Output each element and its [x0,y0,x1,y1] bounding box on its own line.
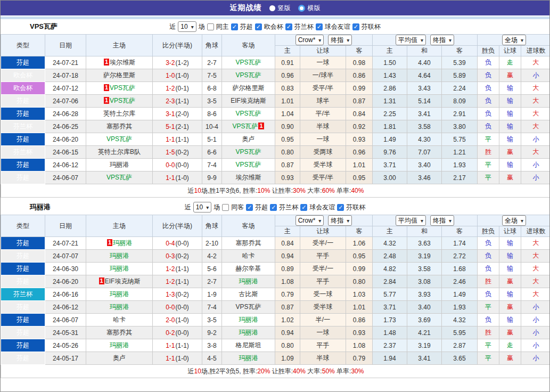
same-venue-label: 同主 [216,22,229,31]
home-team-cell: 奥卢 [86,352,153,365]
result-goals-cell: 小 [521,133,550,146]
column-subheader: 胜负 [478,46,499,56]
half-time-score: (0-0) [176,329,189,337]
league-checkbox[interactable] [246,204,253,211]
result-goals-cell: 大 [521,108,550,120]
crow-away-odds-cell: 0.86 [346,69,373,82]
crow-home-odds-cell: 0.84 [275,237,300,250]
league-checkbox[interactable] [285,23,292,30]
match-row: 芬超24-06-28英特土尔库3-1(2-0)8-6VPS瓦萨1.04平/半0.… [1,108,550,120]
final-odds-select-value: 终指 [331,216,343,225]
chevron-down-icon [449,217,452,224]
column-subheader: 让球 [499,46,521,56]
odds-provider-select[interactable]: Crow* [295,215,324,226]
result-wdl-cell: 平 [478,352,499,365]
matches-count-select-value: 10 [180,23,187,30]
crow-home-odds-cell: 0.87 [275,301,300,314]
odds-provider-select[interactable]: Crow* [295,35,324,45]
average-selects: 平均值终指 [373,215,477,226]
final-odds-select-2[interactable]: 终指 [430,35,454,45]
average-odds-select[interactable]: 平均值 [396,35,426,45]
result-goals-cell: 大 [521,56,550,69]
matches-count-select[interactable]: 10 [178,21,196,32]
result-goals-cell: 大 [521,275,550,288]
away-team-cell: 哈卡 [222,250,275,263]
team-name-text: 玛丽港 [239,277,258,285]
average-odds-select[interactable]: 平均值 [396,215,426,226]
summary-row: 近10场,胜1平3负6, 胜率:10% 让胜率:30% 大率:60% 单率:40… [1,184,550,198]
summary-segment: 40% [351,187,364,194]
rank-badge: 1 [258,123,264,129]
match-scope-select[interactable]: 全场 [502,35,526,45]
league-checkbox[interactable] [300,204,307,211]
away-team-cell: VPS瓦萨 [222,108,275,120]
avg-away-odds-cell: 2.91 [442,108,478,120]
column-header: 主场 [86,35,153,56]
avg-home-odds-cell: 2.25 [373,108,407,120]
league-checkbox[interactable] [270,204,277,211]
home-team-cell: 英特土尔库B队 [86,146,153,159]
team-name-text: VPS瓦萨 [106,174,132,181]
avg-draw-odds-cell: 3.93 [407,288,442,301]
final-odds-select[interactable]: 终指 [328,215,352,226]
match-date-cell: 24-07-21 [45,237,86,250]
half-time-score: (0-0) [176,240,189,247]
score-cell: 1-1(1-1) [153,339,202,352]
crow-handicap-cell: 受两球 [300,146,346,159]
match-type-cell: 芬兰杯 [1,120,45,133]
league-checkbox[interactable] [337,204,344,211]
column-header: 日期 [45,35,86,56]
avg-away-odds-cell: 4.32 [442,314,478,326]
league-checkbox[interactable] [352,23,359,30]
crow-home-odds-cell: 1.09 [275,352,300,365]
match-scope-select[interactable]: 全场 [502,215,526,226]
home-team-cell: 1EIF埃克纳斯 [86,275,153,288]
result-wdl-cell: 负 [478,82,499,95]
league-checkbox[interactable] [255,23,262,30]
score-cell: 2-0(1-0) [153,314,202,326]
layout-option-horizontal[interactable]: 横版 [298,4,321,13]
crow-home-odds-cell: 0.89 [275,263,300,275]
same-venue-checkbox[interactable] [222,204,229,211]
match-date-cell: 24-06-12 [45,159,86,172]
score-cell: 1-1(1-0) [153,172,202,184]
home-team-cell: 玛丽港 [86,339,153,352]
avg-home-odds-cell: 1.94 [373,352,407,365]
result-handicap-cell: 赢 [499,352,521,365]
crow-away-odds-cell: 0.92 [346,120,373,133]
league-checkbox[interactable] [231,23,238,30]
half-time-score: (0-2) [176,291,189,298]
home-team-cell: 玛丽港 [86,263,153,275]
team-name-text: 古比斯 [239,290,258,298]
same-venue-checkbox[interactable] [207,23,214,30]
result-wdl-cell: 平 [478,172,499,184]
team-name-text: 塞那乔其 [236,239,261,247]
result-goals-cell: 小 [521,172,550,184]
final-odds-select-2[interactable]: 终指 [430,215,454,226]
avg-draw-odds-cell: 4.30 [407,133,442,146]
full-time-score: 1-5 [166,149,175,156]
away-team-cell: 玛丽港 [222,352,275,365]
match-row: 芬超24-06-12玛丽港0-0(0-0)7-4VPS瓦萨0.87受半球1.01… [1,301,550,314]
away-team-cell: VPS瓦萨 [222,69,275,82]
full-time-score: 1-1 [166,342,175,349]
match-date-cell: 24-06-28 [45,108,86,120]
avg-draw-odds-cell: 3.46 [407,172,442,184]
result-goals-cell: 大 [521,250,550,263]
crow-handicap-cell: 半球 [300,352,346,365]
result-wdl-cell: 负 [478,108,499,120]
league-checkbox[interactable] [316,23,323,30]
crow-away-odds-cell: 1.03 [346,288,373,301]
away-team-cell: 玛丽港 [222,314,275,326]
match-date-cell: 24-05-26 [45,339,86,352]
full-time-score: 0-2 [166,329,175,337]
final-odds-select[interactable]: 终指 [328,35,352,45]
results-table: 类型日期主场比分(半场)角球客场Crow*终指平均值终指全场主让球客主和客胜负让… [1,34,550,198]
matches-count-select[interactable]: 10 [193,202,211,213]
away-team-cell: VPS瓦萨 [222,301,275,314]
home-team-cell: VPS瓦萨 [86,133,153,146]
match-type-cell: 芬超 [1,326,45,339]
team-name-text: 玛丽港 [110,265,129,272]
chevron-down-icon [421,36,423,44]
layout-option-vertical[interactable]: 竖版 [269,4,291,13]
